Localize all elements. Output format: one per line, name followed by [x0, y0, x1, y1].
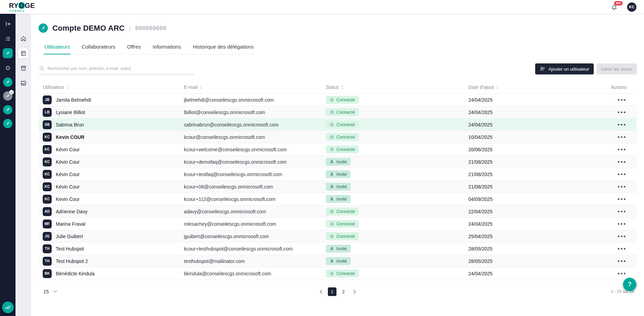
page-header: ✎ Compte DEMO ARC | 666666666 [39, 23, 637, 33]
manage-access-button[interactable]: Gérer les accès [596, 63, 637, 74]
user-cell: THTest Hubspot 2 [43, 257, 184, 266]
validate-all-button[interactable] [2, 302, 14, 313]
actions-cell: ●●● [611, 259, 637, 263]
tab-informations[interactable]: Informations [152, 44, 182, 54]
favorites-button[interactable] [3, 63, 13, 73]
row-actions-button[interactable]: ●●● [617, 110, 626, 114]
row-actions-button[interactable]: ●●● [617, 185, 626, 188]
page-button-2[interactable]: 2 [339, 287, 348, 296]
nav-list-button[interactable] [3, 33, 13, 44]
status-cell: Invité [326, 245, 468, 253]
user-initials-avatar: TH [43, 257, 52, 266]
table-row[interactable]: KCKévin Courkcour+08@conseilescgs.onmicr… [39, 181, 637, 193]
pencil-icon: ✎ [6, 94, 10, 98]
row-actions-button[interactable]: ●●● [617, 160, 626, 164]
page-size-select[interactable]: 15 [43, 289, 57, 294]
sidebar-item-home[interactable] [18, 33, 29, 44]
user-cell: MFMarina Fraval [43, 220, 184, 228]
tab-historique-des-delegations[interactable]: Historique des délégations [192, 44, 255, 54]
table-row[interactable]: JBJamila Belmehdijbelmehdi@conseilescgs.… [39, 94, 637, 106]
actions-cell: ●●● [611, 172, 637, 176]
row-actions-button[interactable]: ●●● [617, 247, 626, 251]
tab-utilisateurs[interactable]: Utilisateurs [44, 44, 71, 54]
actions-cell: ●●● [611, 185, 637, 188]
table-row[interactable]: KCKévin Courkcour+demofaq@conseilescgs.o… [39, 156, 637, 168]
table-row[interactable]: KCKévin Courkcour+testfaq@conseilescgs.o… [39, 168, 637, 181]
pencil-icon: ✎ [6, 80, 10, 84]
column-header-statut[interactable]: Statut [326, 84, 468, 90]
row-actions-button[interactable]: ●●● [617, 222, 626, 226]
next-page-button[interactable] [352, 288, 357, 295]
person-icon [330, 184, 334, 189]
client-shortcut-3[interactable]: ✎ [3, 91, 12, 101]
sidebar-item-journal[interactable] [18, 48, 29, 59]
search-field[interactable] [39, 64, 194, 74]
check-badge-icon [9, 90, 14, 94]
prev-page-button[interactable] [318, 288, 324, 295]
row-actions-button[interactable]: ●●● [617, 147, 626, 151]
date-added-cell: 28/05/2025 [468, 246, 611, 252]
page-button-1[interactable]: 1 [328, 287, 336, 296]
help-button[interactable]: ? [623, 278, 636, 291]
power-icon [330, 271, 334, 276]
row-actions-button[interactable]: ●●● [617, 135, 626, 139]
sidebar-item-inbox[interactable] [18, 78, 29, 88]
table-row[interactable]: KCKevin COURkcour@conseilescgs.onmicroso… [39, 131, 637, 143]
add-user-button[interactable]: Ajouter un utilisateur [535, 63, 594, 74]
chevron-left-icon [320, 289, 322, 294]
table-row[interactable]: BKBénédicte Kindulabkindula@conseilescgs… [39, 267, 637, 280]
client-shortcut-1[interactable]: ✎ [3, 48, 13, 58]
table-row[interactable]: KCKévin Courkcour+welcome@conseilescgs.o… [39, 143, 637, 156]
collapse-sidebar-button[interactable] [3, 19, 13, 29]
table-row[interactable]: KCKevin Courkcour+112@conseilescgs.onmic… [39, 193, 637, 205]
tab-offres[interactable]: Offres [126, 44, 142, 54]
email-cell: kcour+08@conseilescgs.onmicrosoft.com [184, 184, 326, 190]
table-row[interactable]: THTest Hubspotkcour+testhubspot@conseile… [39, 243, 637, 255]
search-icon [39, 66, 44, 71]
status-cell: Invité [326, 183, 468, 191]
client-shortcut-2[interactable]: ✎ [3, 78, 12, 87]
email-cell: mlesachey@conseilescgs.onmicrosoft.com [184, 221, 326, 227]
search-input[interactable] [48, 66, 194, 71]
sidebar-item-archive[interactable] [18, 63, 29, 73]
client-shortcut-4[interactable]: ✎ [3, 105, 12, 114]
pagination: 15 12 1 - 15 sur 24 [39, 289, 637, 294]
user-initials-avatar: KC [43, 170, 52, 179]
user-cell: JBJamila Belmehdi [43, 95, 184, 104]
table-row[interactable]: THTest Hubspot 2testhubspot@mailinator.c… [39, 255, 637, 267]
table-row[interactable]: JGJulie Guibertjguibert@conseilescgs.onm… [39, 230, 637, 243]
row-actions-button[interactable]: ●●● [617, 234, 626, 238]
column-header-date-d-ajout[interactable]: Date d'ajout [468, 84, 611, 90]
row-actions-button[interactable]: ●●● [617, 210, 626, 213]
user-name: Adrienne Davy [56, 209, 87, 214]
notifications-button[interactable]: 401 [611, 4, 617, 10]
brand-logo[interactable]: RYDGE CONSEIL [9, 2, 35, 12]
power-icon [330, 147, 334, 152]
email-cell: sabrinabrun@conseilescgs.onmicrosoft.com [184, 122, 326, 128]
table-row[interactable]: MFMarina Fravalmlesachey@conseilescgs.on… [39, 218, 637, 230]
table-row[interactable]: ADAdrienne Davyadavy@conseilescgs.onmicr… [39, 205, 637, 218]
row-actions-button[interactable]: ●●● [617, 98, 626, 102]
status-cell: Connecté [326, 96, 468, 104]
status-badge: Connecté [326, 96, 359, 104]
user-avatar[interactable]: KC [627, 2, 636, 12]
date-added-cell: 28/05/2025 [468, 258, 611, 264]
person-plus-icon [540, 66, 545, 72]
row-actions-button[interactable]: ●●● [617, 197, 626, 201]
row-actions-button[interactable]: ●●● [617, 123, 626, 126]
table-row[interactable]: LBLysiane Billiotlbilliot@conseilescgs.o… [39, 106, 637, 119]
client-shortcut-5[interactable]: ✎ [3, 119, 12, 128]
user-name: Julie Guibert [56, 234, 83, 239]
email-cell: kcour+testhubspot@conseilescgs.onmicroso… [184, 246, 326, 252]
table-row[interactable]: SBSabrina Brunsabrinabrun@conseilescgs.o… [39, 119, 637, 131]
person-icon [330, 197, 334, 201]
user-initials-avatar: AD [43, 207, 52, 216]
column-header-e-mail[interactable]: E-mail [184, 84, 326, 90]
row-actions-button[interactable]: ●●● [617, 172, 626, 176]
column-header-utilisateur[interactable]: Utilisateur [43, 84, 184, 90]
row-actions-button[interactable]: ●●● [617, 272, 626, 275]
tab-collaborateurs[interactable]: Collaborateurs [81, 44, 116, 54]
status-badge: Invité [326, 183, 351, 191]
row-actions-button[interactable]: ●●● [617, 259, 626, 263]
email-cell: jbelmehdi@conseilescgs.onmicrosoft.com [184, 97, 326, 103]
